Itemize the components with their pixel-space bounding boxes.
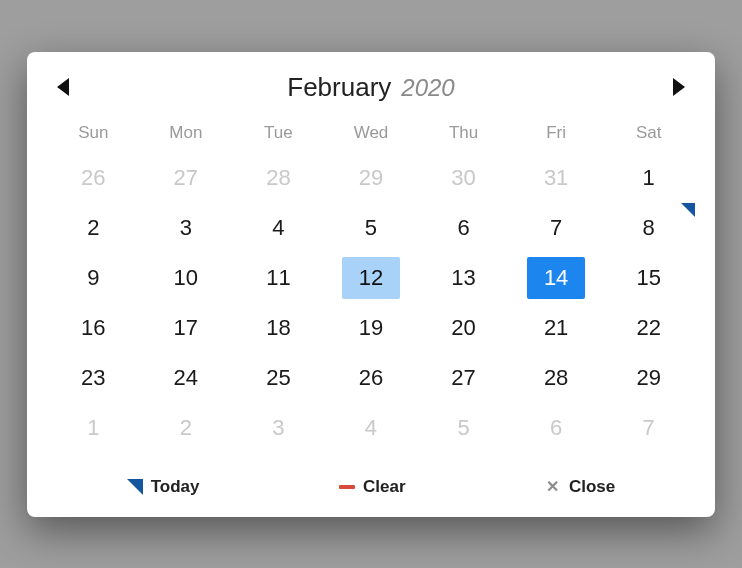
day-cell[interactable]: 2 xyxy=(140,403,233,453)
day-cell[interactable]: 15 xyxy=(602,253,695,303)
day-cell[interactable]: 13 xyxy=(417,253,510,303)
day-number: 7 xyxy=(527,207,585,249)
day-number: 22 xyxy=(620,307,678,349)
day-cell[interactable]: 4 xyxy=(325,403,418,453)
day-number: 26 xyxy=(64,157,122,199)
day-cell[interactable]: 1 xyxy=(47,403,140,453)
day-number: 19 xyxy=(342,307,400,349)
day-number: 12 xyxy=(342,257,400,299)
day-number: 18 xyxy=(249,307,307,349)
day-cell[interactable]: 6 xyxy=(417,203,510,253)
today-marker-icon xyxy=(127,479,143,495)
day-number: 3 xyxy=(249,407,307,449)
triangle-left-icon xyxy=(55,76,73,98)
weekday-label: Sat xyxy=(602,117,695,149)
day-number: 17 xyxy=(157,307,215,349)
day-number: 5 xyxy=(342,207,400,249)
day-number: 30 xyxy=(435,157,493,199)
day-cell[interactable]: 7 xyxy=(602,403,695,453)
day-grid: 2627282930311234567891011121314151617181… xyxy=(47,153,695,453)
month-year-title[interactable]: February 2020 xyxy=(287,72,454,103)
day-cell[interactable]: 1 xyxy=(602,153,695,203)
day-cell[interactable]: 27 xyxy=(140,153,233,203)
day-cell[interactable]: 10 xyxy=(140,253,233,303)
day-number: 4 xyxy=(249,207,307,249)
day-cell[interactable]: 14 xyxy=(510,253,603,303)
day-cell[interactable]: 27 xyxy=(417,353,510,403)
close-icon: ✕ xyxy=(545,479,561,495)
today-label: Today xyxy=(151,477,200,497)
day-number: 16 xyxy=(64,307,122,349)
day-cell[interactable]: 17 xyxy=(140,303,233,353)
day-cell[interactable]: 31 xyxy=(510,153,603,203)
day-cell[interactable]: 3 xyxy=(232,403,325,453)
day-number: 4 xyxy=(342,407,400,449)
clear-icon xyxy=(339,479,355,495)
day-cell[interactable]: 3 xyxy=(140,203,233,253)
day-number: 10 xyxy=(157,257,215,299)
day-number: 20 xyxy=(435,307,493,349)
day-number: 5 xyxy=(435,407,493,449)
day-number: 1 xyxy=(64,407,122,449)
footer-actions: Today Clear ✕ Close xyxy=(47,459,695,503)
day-number: 15 xyxy=(620,257,678,299)
day-cell[interactable]: 7 xyxy=(510,203,603,253)
weekday-label: Wed xyxy=(325,117,418,149)
triangle-right-icon xyxy=(669,76,687,98)
day-number: 6 xyxy=(527,407,585,449)
day-number: 29 xyxy=(342,157,400,199)
day-cell[interactable]: 30 xyxy=(417,153,510,203)
svg-marker-0 xyxy=(57,78,69,96)
day-cell[interactable]: 28 xyxy=(510,353,603,403)
day-cell[interactable]: 8 xyxy=(602,203,695,253)
day-cell[interactable]: 11 xyxy=(232,253,325,303)
day-cell[interactable]: 23 xyxy=(47,353,140,403)
year-label: 2020 xyxy=(401,74,454,102)
day-cell[interactable]: 26 xyxy=(325,353,418,403)
day-number: 23 xyxy=(64,357,122,399)
day-number: 31 xyxy=(527,157,585,199)
day-number: 3 xyxy=(157,207,215,249)
day-cell[interactable]: 19 xyxy=(325,303,418,353)
day-number: 1 xyxy=(620,157,678,199)
day-cell[interactable]: 29 xyxy=(602,353,695,403)
day-cell[interactable]: 5 xyxy=(417,403,510,453)
day-cell[interactable]: 6 xyxy=(510,403,603,453)
day-number: 27 xyxy=(157,157,215,199)
day-cell[interactable]: 24 xyxy=(140,353,233,403)
day-cell[interactable]: 21 xyxy=(510,303,603,353)
weekday-row: SunMonTueWedThuFriSat xyxy=(47,113,695,153)
day-number: 27 xyxy=(435,357,493,399)
day-cell[interactable]: 5 xyxy=(325,203,418,253)
day-cell[interactable]: 26 xyxy=(47,153,140,203)
clear-button[interactable]: Clear xyxy=(339,477,406,497)
weekday-label: Thu xyxy=(417,117,510,149)
day-cell[interactable]: 9 xyxy=(47,253,140,303)
close-button[interactable]: ✕ Close xyxy=(545,477,615,497)
day-cell[interactable]: 28 xyxy=(232,153,325,203)
day-cell[interactable]: 22 xyxy=(602,303,695,353)
next-month-button[interactable] xyxy=(667,74,689,100)
svg-marker-1 xyxy=(673,78,685,96)
day-number: 28 xyxy=(249,157,307,199)
day-number: 28 xyxy=(527,357,585,399)
day-cell[interactable]: 4 xyxy=(232,203,325,253)
day-number: 25 xyxy=(249,357,307,399)
today-button[interactable]: Today xyxy=(127,477,200,497)
weekday-label: Fri xyxy=(510,117,603,149)
day-number: 29 xyxy=(620,357,678,399)
day-number: 13 xyxy=(435,257,493,299)
day-number: 2 xyxy=(64,207,122,249)
day-cell[interactable]: 16 xyxy=(47,303,140,353)
weekday-label: Tue xyxy=(232,117,325,149)
day-cell[interactable]: 2 xyxy=(47,203,140,253)
prev-month-button[interactable] xyxy=(53,74,75,100)
day-cell[interactable]: 12 xyxy=(325,253,418,303)
day-cell[interactable]: 18 xyxy=(232,303,325,353)
day-number: 14 xyxy=(527,257,585,299)
day-cell[interactable]: 20 xyxy=(417,303,510,353)
day-number: 7 xyxy=(620,407,678,449)
weekday-label: Mon xyxy=(140,117,233,149)
day-cell[interactable]: 29 xyxy=(325,153,418,203)
day-cell[interactable]: 25 xyxy=(232,353,325,403)
